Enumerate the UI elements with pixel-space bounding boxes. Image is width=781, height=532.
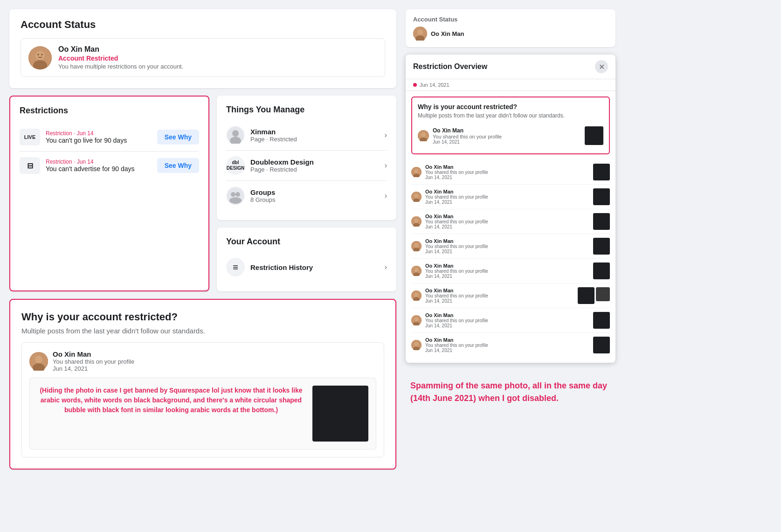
xinman-name: Xinman (250, 128, 379, 136)
restriction-history-name: Restriction History (250, 263, 379, 271)
restriction-history-item[interactable]: ≡ Restriction History › (226, 252, 387, 282)
modal-list-images (593, 188, 610, 205)
your-account-box: Your Account ≡ Restriction History › (217, 228, 396, 291)
doubleoxm-chevron-icon: › (385, 161, 387, 170)
restriction-item-live: LIVE Restriction · Jun 14 You can't go l… (20, 123, 199, 152)
modal-post-image (585, 126, 603, 145)
post-avatar (29, 352, 48, 371)
see-why-advertise-button[interactable]: See Why (157, 158, 199, 173)
modal-list-item: Oo Xin Man You shared this on your profi… (411, 160, 610, 185)
svg-point-37 (415, 293, 419, 297)
groups-name: Groups (250, 188, 379, 196)
modal-list-text: Oo Xin Man You shared this on your profi… (425, 164, 589, 180)
restriction-desc-advertise: You can't advertise for 90 days (46, 165, 152, 173)
doubleoxm-icon: dblDESIGN (226, 156, 245, 175)
modal-list-avatar (411, 266, 422, 276)
modal-list-image (593, 312, 610, 329)
doubleoxm-name: Doubleoxm Design (250, 158, 379, 166)
modal-list-sub: You shared this on your profile (425, 170, 589, 175)
advertise-icon: ⊟ (20, 157, 40, 174)
xinman-sub: Page · Restricted (250, 136, 379, 143)
modal-title: Restriction Overview (413, 62, 487, 71)
modal-list-sub: You shared this on your profile (425, 219, 589, 224)
why-restricted-title: Why is your account restricted? (21, 311, 384, 323)
modal-list-image (593, 188, 610, 205)
manage-text-xinman: Xinman Page · Restricted (250, 128, 379, 143)
post-header: Oo Xin Man You shared this on your profi… (29, 350, 376, 372)
svg-point-43 (415, 342, 419, 346)
annotation-text: Spamming of the same photo, all in the s… (410, 380, 611, 405)
account-status-card: Account Status (9, 9, 396, 88)
modal-list-text: Oo Xin Man You shared this on your profi… (425, 337, 589, 353)
post-content: (Hiding the photo in case I get banned b… (29, 378, 376, 449)
modal-list-date: Jun 14, 2021 (425, 249, 589, 254)
svg-point-4 (41, 54, 43, 55)
modal-why-desc: Multiple posts from the last year didn't… (418, 112, 603, 119)
modal-list-item: Oo Xin Man You shared this on your profi… (411, 333, 610, 357)
modal-list-avatar (411, 192, 422, 202)
mini-account-status-title: Account Status (413, 16, 608, 23)
restriction-overview-modal: Restriction Overview ✕ Jun 14, 2021 Why … (406, 55, 615, 363)
restriction-date-live: Restriction · Jun 14 (46, 130, 152, 137)
modal-list-text: Oo Xin Man You shared this on your profi… (425, 288, 574, 304)
modal-header: Restriction Overview ✕ (406, 55, 615, 79)
why-restricted-desc: Multiple posts from the last year didn't… (21, 327, 384, 335)
post-date: Jun 14, 2021 (53, 365, 134, 372)
modal-list-sub: You shared this on your profile (425, 343, 589, 348)
post-avatar-svg (29, 352, 48, 371)
modal-close-button[interactable]: ✕ (595, 60, 608, 73)
modal-post-avatar (418, 130, 429, 141)
see-why-live-button[interactable]: See Why (157, 130, 199, 145)
account-restricted-label: Account Restricted (58, 55, 183, 62)
modal-list-images (593, 337, 610, 353)
modal-list-image (578, 287, 594, 304)
modal-list-text: Oo Xin Man You shared this on your profi… (425, 189, 589, 205)
mini-avatar (413, 27, 427, 41)
two-col-section: Restrictions LIVE Restriction · Jun 14 Y… (9, 96, 396, 291)
svg-point-16 (417, 29, 423, 35)
manage-item-xinman[interactable]: Xinman Page · Restricted › (226, 120, 387, 151)
svg-point-9 (231, 192, 235, 197)
account-info-row: Oo Xin Man Account Restricted You have m… (21, 38, 385, 77)
modal-list-image (593, 238, 610, 255)
live-icon: LIVE (20, 129, 40, 145)
modal-list-sub: You shared this on your profile (425, 293, 574, 298)
modal-list-sub: You shared this on your profile (425, 194, 589, 200)
modal-list-name: Oo Xin Man (425, 288, 574, 293)
post-card: Oo Xin Man You shared this on your profi… (21, 342, 384, 457)
modal-list-date: Jun 14, 2021 (425, 175, 589, 180)
groups-icon (226, 187, 245, 205)
xinman-avatar-svg (227, 127, 244, 144)
restrictions-title: Restrictions (20, 106, 199, 116)
modal-list-item: Oo Xin Man You shared this on your profi… (411, 283, 610, 308)
modal-content: Jun 14, 2021 Why is your account restric… (406, 79, 615, 363)
post-text-note: (Hiding the photo in case I get banned b… (37, 386, 305, 415)
modal-list-name: Oo Xin Man (425, 337, 589, 343)
modal-list-item: Oo Xin Man You shared this on your profi… (411, 209, 610, 234)
avatar-image (28, 46, 52, 69)
restriction-history-chevron-icon: › (385, 263, 387, 271)
restriction-history-text: Restriction History (250, 263, 379, 271)
post-image-placeholder (312, 386, 368, 442)
modal-list-date: Jun 14, 2021 (425, 298, 574, 304)
why-restricted-box: Why is your account restricted? Multiple… (9, 299, 396, 470)
modal-list-sub: You shared this on your profile (425, 269, 589, 274)
modal-post-sub: You shared this on your profile (433, 134, 581, 139)
post-shared-text: You shared this on your profile (53, 358, 134, 365)
account-status-title: Account Status (21, 19, 385, 31)
manage-item-groups[interactable]: Groups 8 Groups › (226, 181, 387, 211)
svg-point-34 (415, 268, 419, 272)
restriction-history-icon: ≡ (226, 258, 245, 276)
modal-post-date: Jun 14, 2021 (433, 139, 581, 145)
modal-list-name: Oo Xin Man (425, 164, 589, 170)
svg-point-6 (232, 130, 239, 137)
svg-point-1 (35, 51, 45, 60)
svg-point-31 (415, 243, 419, 248)
mini-avatar-svg (413, 27, 427, 41)
manage-item-doubleoxm[interactable]: dblDESIGN Doubleoxm Design Page · Restri… (226, 151, 387, 181)
modal-list-date: Jun 14, 2021 (425, 323, 589, 328)
svg-point-40 (415, 318, 419, 322)
modal-list-name: Oo Xin Man (425, 238, 589, 244)
modal-post-list[interactable]: Oo Xin Man You shared this on your profi… (406, 160, 615, 363)
modal-list-image (593, 164, 610, 180)
